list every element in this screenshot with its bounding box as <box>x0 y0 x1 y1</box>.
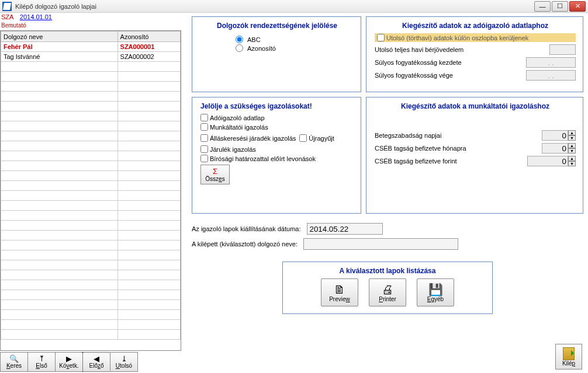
table-row[interactable] <box>1 270 181 280</box>
minimize-button[interactable]: — <box>534 1 551 12</box>
table-row[interactable] <box>1 102 181 111</box>
adat-field2-label: Súlyos fogyatékosság kezdete <box>375 59 526 66</box>
printer-icon: 🖨 <box>382 283 393 296</box>
top-date[interactable]: 2014.01.01 <box>20 13 52 20</box>
first-icon: ⤒ <box>39 355 45 362</box>
chk-ujragyujt[interactable]: Újragyűjt <box>299 134 334 142</box>
table-row[interactable] <box>1 92 181 102</box>
table-row[interactable]: Tag IstvánnéSZA000002 <box>1 52 181 62</box>
window-title: Kilépő dolgozó igazoló lapjai <box>15 3 534 10</box>
sza-code: SZA <box>1 13 13 20</box>
spin-down-icon[interactable]: ▼ <box>568 135 576 141</box>
close-button[interactable]: ✕ <box>569 1 586 12</box>
munk-field2-spin[interactable]: ▲▼ <box>542 143 576 154</box>
table-row[interactable] <box>1 141 181 151</box>
panel-sort-title: Dolgozók rendezettségének jelölése <box>200 22 354 30</box>
spin-down-icon[interactable]: ▼ <box>568 161 576 166</box>
binoculars-icon: 🔍 <box>9 355 19 362</box>
chk-munkaltatoi[interactable]: Munkáltatói igazolás <box>200 123 354 131</box>
table-row[interactable] <box>1 201 181 211</box>
panel-sort: Dolgozók rendezettségének jelölése ABC A… <box>192 16 361 92</box>
nav-kovetk[interactable]: ▶ Követk. <box>55 352 83 372</box>
panel-lista: A kiválasztott lapok listázása 🗎 Preview… <box>282 262 493 314</box>
chk-adoigazolo[interactable]: Adóigazoló adatlap <box>200 114 354 121</box>
table-row[interactable] <box>1 330 181 340</box>
table-row[interactable]: Fehér PálSZA000001 <box>1 42 181 52</box>
table-row[interactable] <box>1 211 181 221</box>
kiall-date-label: Az igazoló lapok kiállításának dátuma: <box>192 225 301 232</box>
kilep-name-input[interactable] <box>303 238 458 250</box>
chk-birosagi[interactable]: Bírósági határozattal előírt levonások <box>200 155 354 162</box>
table-row[interactable] <box>1 111 181 121</box>
yellow-checkbox[interactable] <box>377 34 385 41</box>
top-info: SZA 2014.01.01 Bemutató <box>0 13 181 30</box>
table-row[interactable] <box>1 161 181 171</box>
yellow-checkbox-row[interactable]: Utolsó (törthavi) adatok külön oszlopba … <box>375 33 576 42</box>
table-row[interactable] <box>1 231 181 240</box>
table-row[interactable] <box>1 280 181 290</box>
app-icon <box>2 2 12 11</box>
panel-munkaltatoi-title: Kiegészítő adatok a munkáltatói igazolás… <box>375 102 576 110</box>
save-icon: 💾 <box>428 283 443 296</box>
osszes-button[interactable]: Σ Összes <box>200 165 230 184</box>
table-row[interactable] <box>1 250 181 260</box>
panel-adatlap: Kiegészítő adatok az adóigazoló adatlaph… <box>366 16 583 92</box>
next-icon: ▶ <box>66 355 72 362</box>
left-column: SZA 2014.01.01 Bemutató Dolgozó neve Azo… <box>0 13 181 373</box>
nav-buttons: 🔍 Keres ⤒ Első ▶ Követk. ◀ Előző ⤓ Utols… <box>0 351 181 373</box>
table-row[interactable] <box>1 72 181 82</box>
employee-grid[interactable]: Dolgozó neve Azonosító Fehér PálSZA00000… <box>0 30 181 351</box>
nav-keres[interactable]: 🔍 Keres <box>0 352 28 372</box>
table-row[interactable] <box>1 121 181 131</box>
printer-button[interactable]: 🖨 Printer <box>369 278 406 306</box>
table-row[interactable] <box>1 320 181 330</box>
exit-door-icon <box>563 347 575 360</box>
table-row[interactable] <box>1 131 181 141</box>
panel-lista-title: A kiválasztott lapok listázása <box>289 267 486 275</box>
panel-adatlap-title: Kiegészítő adatok az adóigazoló adatlaph… <box>375 22 576 30</box>
table-row[interactable] <box>1 290 181 300</box>
adat-field2-input[interactable] <box>526 57 576 68</box>
preview-icon: 🗎 <box>334 283 345 296</box>
spin-down-icon[interactable]: ▼ <box>568 148 576 154</box>
munk-field3-label: CSÉB tagság befizetve forint <box>375 158 527 165</box>
kilep-name-label: A kilépett (kiválasztott) dolgozó neve: <box>192 240 298 247</box>
nav-elozo[interactable]: ◀ Előző <box>82 352 110 372</box>
table-row[interactable] <box>1 82 181 92</box>
table-row[interactable] <box>1 221 181 231</box>
radio-azonosito[interactable]: Azonosító <box>236 44 354 52</box>
table-row[interactable] <box>1 310 181 320</box>
table-row[interactable] <box>1 62 181 72</box>
top-bemutato: Bemutató <box>1 22 26 29</box>
table-row[interactable] <box>1 240 181 250</box>
table-row[interactable] <box>1 181 181 191</box>
munk-field1-spin[interactable]: ▲▼ <box>542 130 576 141</box>
table-row[interactable] <box>1 151 181 161</box>
adat-field3-input[interactable] <box>526 70 576 81</box>
spin-up-icon[interactable]: ▲ <box>568 156 576 161</box>
adat-field1-input[interactable] <box>549 44 576 55</box>
table-row[interactable] <box>1 300 181 310</box>
spin-up-icon[interactable]: ▲ <box>568 143 576 148</box>
nav-utolso[interactable]: ⤓ Utolsó <box>110 352 138 372</box>
sigma-icon: Σ <box>213 167 217 176</box>
kiall-date-input[interactable] <box>307 223 383 235</box>
spin-up-icon[interactable]: ▲ <box>568 130 576 135</box>
radio-abc[interactable]: ABC <box>236 36 354 43</box>
maximize-button[interactable]: ☐ <box>552 1 568 12</box>
egyeb-button[interactable]: 💾 Egyéb <box>417 278 454 306</box>
table-row[interactable] <box>1 171 181 181</box>
col-id-header[interactable]: Azonosító <box>117 32 180 42</box>
panel-munkaltatoi: Kiegészítő adatok a munkáltatói igazolás… <box>366 97 583 214</box>
col-name-header[interactable]: Dolgozó neve <box>1 32 118 42</box>
kilep-button[interactable]: Kilép <box>555 344 582 369</box>
last-icon: ⤓ <box>121 355 127 362</box>
adat-field3-label: Súlyos fogyatékosság vége <box>375 72 526 79</box>
chk-jarulek[interactable]: Járulék igazolás <box>200 145 354 153</box>
munk-field3-spin[interactable]: ▲▼ <box>527 156 576 166</box>
nav-elso[interactable]: ⤒ Első <box>27 352 56 372</box>
table-row[interactable] <box>1 191 181 201</box>
preview-button[interactable]: 🗎 Preview <box>321 278 358 306</box>
table-row[interactable] <box>1 260 181 270</box>
chk-allaskeresesi[interactable]: Álláskeresési járadék igazolás <box>200 134 296 142</box>
